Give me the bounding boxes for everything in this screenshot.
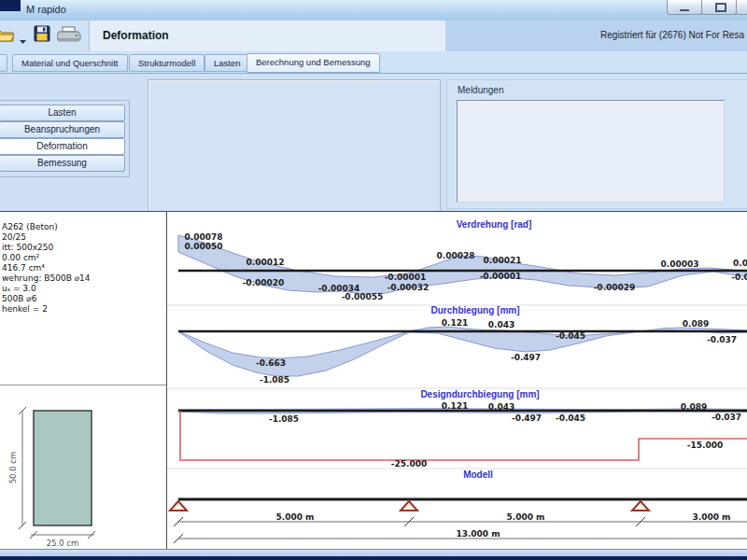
doc-title: Deformation [103, 29, 169, 42]
designdurchbiegung-value-label: 0.089 [681, 402, 707, 412]
section-width-label: 25.0 cm [47, 539, 79, 548]
open-folder-icon[interactable] [0, 25, 15, 48]
maximize-icon [715, 3, 726, 12]
verdrehung-value-label: -0.00001 [480, 272, 522, 281]
tab-strukturmodell[interactable]: Strukturmodell [129, 54, 204, 72]
designdurchbiegung-value-label: -15.000 [687, 441, 723, 450]
cross-section-rect [34, 411, 92, 525]
info-line: henkel = 2 [2, 304, 48, 315]
chart-title-modell: Modell [463, 469, 493, 480]
durchbiegung-value-label: 0.043 [488, 320, 514, 329]
info-line: 0.00 cm² [2, 253, 39, 263]
verdrehung-value-label: -0.00001 [385, 273, 427, 282]
registration-zone: Registriert für (2676) Not For Resa [445, 21, 747, 51]
design-limit-line [180, 411, 747, 460]
meldungen-label: Meldungen [458, 85, 503, 95]
info-line: 20/25 [2, 232, 26, 243]
window-bottom-edge [0, 556, 747, 560]
save-icon[interactable] [34, 25, 51, 47]
info-line: uₛ = 3.0 [2, 284, 36, 294]
chart-title-durchbiegung: Durchbiegung [mm] [431, 305, 520, 315]
minimize-icon [680, 9, 689, 11]
verdrehung-value-label: 0.00012 [247, 258, 285, 267]
modell-value-label: 13.000 m [456, 529, 500, 539]
modell-value-label: 5.000 m [276, 512, 315, 522]
title-bar: M rapido [0, 0, 747, 21]
nav-button-deformation[interactable]: Deformation [0, 138, 125, 155]
chart-area: Verdrehung [rad]0.000780.000500.00012-0.… [167, 212, 747, 549]
durchbiegung-value-label: -1.085 [260, 375, 289, 385]
toolbar-icon-group [0, 21, 90, 51]
designdurchbiegung-value-label: -25.000 [391, 459, 427, 469]
designdurchbiegung-value-label: -0.045 [556, 413, 585, 423]
durchbiegung-value-label: 0.121 [442, 318, 468, 328]
nav-button-group: Lasten Beanspruchungen Deformation Bemes… [0, 100, 130, 177]
durchbiegung-value-label: -0.045 [556, 331, 585, 341]
section-info-panel: A262 (Beton) 20/25 itt: 500x250 0.00 cm²… [0, 212, 166, 385]
designdurchbiegung-value-label: 0.121 [442, 401, 468, 411]
print-icon[interactable] [57, 26, 81, 48]
designdurchbiegung-value-label: -0.497 [512, 413, 542, 423]
application-window: M rapido Deformation Registriert für (26… [0, 0, 747, 560]
verdrehung-value-label: 0.00028 [437, 251, 475, 260]
support-icon [170, 501, 187, 511]
registration-label: Registriert für (2676) Not For Resa [600, 30, 744, 40]
maximize-button[interactable] [701, 0, 737, 15]
meldungen-list[interactable] [457, 100, 725, 203]
tab-material-und-querschnitt[interactable]: Material und Querschnitt [12, 54, 128, 72]
detail-panel [148, 79, 441, 212]
support-icon [401, 501, 417, 511]
designdurchbiegung-value-label: -0.037 [712, 413, 741, 422]
doc-title-zone: Deformation [90, 21, 445, 51]
nav-button-lasten[interactable]: Lasten [0, 105, 125, 121]
close-button[interactable] [736, 0, 747, 15]
tab-bar: Material und Querschnitt Strukturmodell … [0, 52, 747, 74]
verdrehung-value-label: 0.00003 [661, 259, 699, 269]
nav-button-bemessung[interactable]: Bemessung [0, 155, 125, 172]
verdrehung-value-label: -0.00055 [342, 292, 384, 301]
durchbiegung-value-label: 0.089 [683, 319, 709, 329]
verdrehung-value-label: -0.00020 [243, 278, 285, 287]
verdrehung-value-label: 0.0 [733, 259, 747, 268]
verdrehung-value-label: 0.00050 [185, 242, 223, 251]
info-line: 416.7 cm⁴ [2, 263, 45, 273]
support-icon [632, 501, 649, 511]
tab-stub[interactable] [0, 54, 7, 72]
dropdown-arrow-icon[interactable] [19, 32, 27, 49]
info-line: 500B ⌀6 [2, 294, 36, 304]
verdrehung-value-label: 0.00021 [484, 256, 522, 265]
info-line: itt: 500x250 [2, 243, 53, 253]
verdrehung-value-label: -0.00032 [388, 283, 430, 292]
durchbiegung-value-label: -0.497 [511, 353, 541, 362]
modell-value-label: 3.000 m [693, 512, 731, 522]
info-line: wehrung: B500B ⌀14 [2, 273, 91, 284]
app-icon [0, 0, 21, 11]
minimize-button[interactable] [667, 0, 702, 15]
chart-title-verdrehung: Verdrehung [rad] [457, 219, 532, 230]
verdrehung-value-label: -0.00029 [594, 283, 636, 292]
tab-lasten[interactable]: Lasten [204, 54, 250, 72]
cross-section-panel: 50.0 cm 25.0 cm [0, 385, 166, 549]
info-line: A262 (Beton) [2, 222, 58, 232]
durchbiegung-value-label: -0.037 [707, 335, 737, 344]
chart-title-designdurchbiegung: Designdurchbiegung [mm] [420, 389, 539, 399]
cross-section-drawing [0, 385, 166, 549]
nav-button-beanspruchungen[interactable]: Beanspruchungen [0, 121, 125, 138]
modell-value-label: 5.000 m [507, 512, 545, 522]
section-height-label: 50.0 cm [8, 452, 18, 484]
verdrehung-value-label: 0.00078 [185, 232, 223, 242]
window-title: M rapido [26, 4, 66, 15]
tab-berechnung-und-bemessung[interactable]: Berechnung und Bemessung [247, 53, 380, 73]
durchbiegung-envelope [178, 327, 747, 376]
verdrehung-value-label: -0.0 [731, 273, 747, 282]
toolbar: Deformation Registriert für (2676) Not F… [0, 21, 747, 53]
meldungen-panel: Meldungen [446, 79, 747, 209]
durchbiegung-value-label: -0.663 [256, 358, 286, 368]
designdurchbiegung-value-label: -1.085 [269, 414, 299, 424]
designdurchbiegung-value-label: 0.043 [488, 402, 514, 412]
